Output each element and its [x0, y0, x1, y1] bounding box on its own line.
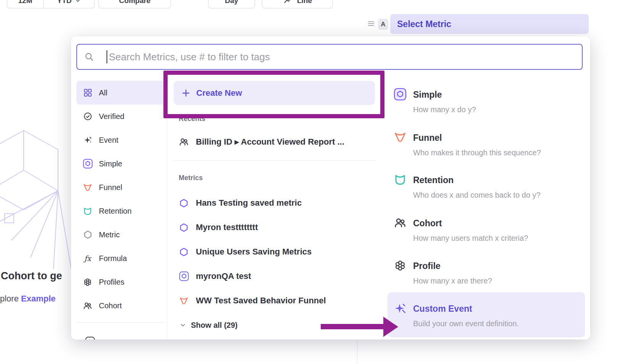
hexagon-icon [179, 222, 189, 233]
badge-label: A [381, 21, 385, 28]
hexagon-icon [179, 247, 189, 257]
custom-event-icon [393, 301, 407, 315]
date-range-segmented-control: 12M YTD [7, 0, 95, 8]
category-item-cohort[interactable]: Cohort [76, 294, 165, 317]
recent-item-label: Billing ID ▸ Account Viewed Report ... [196, 137, 344, 147]
category-item-simple[interactable]: Simple [76, 152, 165, 176]
screen: 12M YTD Compare Day Line A Select Metric [0, 0, 617, 364]
example-link[interactable]: Example [21, 294, 56, 303]
create-new-label: Create New [196, 88, 242, 98]
category-item-event[interactable]: Event [76, 128, 165, 152]
metric-item-label: myronQA test [196, 271, 251, 281]
metrics-header: Metrics [179, 174, 203, 182]
type-desc: Build your own event definition. [413, 318, 585, 329]
range-ytd-button[interactable]: YTD [44, 0, 94, 8]
category-label: Event [99, 136, 118, 145]
section-divider [174, 160, 375, 161]
type-title: Funnel [413, 132, 585, 143]
category-label: Metric [99, 230, 120, 239]
type-desc: How many x do y? [413, 104, 585, 115]
formula-icon: ƒx [82, 253, 93, 264]
recent-item[interactable]: Billing ID ▸ Account Viewed Report ... [179, 133, 344, 151]
grid-icon [82, 88, 93, 98]
type-title: Custom Event [413, 303, 585, 314]
metric-item-label: Hans Testing saved metric [196, 198, 302, 208]
category-label: Profiles [99, 278, 124, 287]
range-12m-label: 12M [18, 0, 32, 5]
background-subtext: plore Example [0, 294, 56, 304]
saved-metric-icon [179, 271, 189, 282]
metric-item[interactable]: Unique Users Saving Metrics [179, 243, 312, 261]
retention-icon [82, 206, 93, 216]
metric-letter-badge: A [378, 19, 388, 30]
category-item-all[interactable]: All [76, 81, 165, 105]
category-item-retention[interactable]: Retention [76, 199, 165, 223]
metric-item[interactable]: Hans Testing saved metric [179, 194, 302, 212]
category-list: All Verified Event Simple [76, 81, 165, 317]
create-new-button[interactable]: Create New [174, 81, 375, 105]
funnel-icon [82, 182, 93, 193]
search-field[interactable] [76, 44, 583, 70]
type-desc: Who does x and comes back to do y? [413, 190, 585, 200]
category-label: Simple [99, 159, 122, 168]
clipped-category-icon [85, 336, 95, 340]
compare-label: Compare [119, 0, 150, 5]
recents-header: Recents [179, 115, 205, 123]
cohort-icon [179, 137, 189, 147]
interval-day-button[interactable]: Day [208, 0, 255, 8]
cohort-icon [82, 301, 93, 311]
category-label: Verified [99, 112, 124, 121]
hexagon-icon [179, 198, 189, 208]
select-metric-label: Select Metric [397, 19, 451, 29]
type-title: Simple [413, 89, 585, 100]
type-cohort[interactable]: Cohort How many users match x criteria? [388, 217, 585, 243]
drag-handle-icon[interactable] [368, 21, 375, 27]
category-item-funnel[interactable]: Funnel [76, 176, 165, 199]
metric-item[interactable]: Myron testttttttt [179, 219, 258, 236]
chevron-down-icon [75, 0, 81, 4]
metric-item-label: Myron testttttttt [196, 222, 258, 232]
wireframe-graphic [0, 126, 76, 286]
category-divider [76, 322, 165, 323]
simple-icon [393, 87, 407, 101]
type-custom-event[interactable]: Custom Event Build your own event defini… [388, 303, 585, 329]
type-profile[interactable]: Profile How many x are there? [388, 260, 585, 286]
panel-divider [357, 338, 357, 364]
search-input[interactable] [107, 51, 582, 63]
category-label: Funnel [99, 183, 122, 192]
category-item-metric[interactable]: Metric [76, 223, 165, 246]
column-divider [167, 81, 167, 340]
verified-icon [82, 111, 93, 122]
category-item-clipped[interactable] [85, 336, 95, 340]
category-item-verified[interactable]: Verified [76, 105, 165, 128]
type-simple[interactable]: Simple How many x do y? [388, 89, 585, 115]
range-12m-button[interactable]: 12M [7, 0, 44, 8]
chevron-down-icon [179, 322, 186, 329]
select-metric-button[interactable]: Select Metric [390, 14, 589, 34]
day-label: Day [225, 0, 238, 5]
metric-item[interactable]: myronQA test [179, 267, 251, 285]
plus-icon [181, 88, 191, 98]
cohort-icon [393, 216, 407, 230]
type-retention[interactable]: Retention Who does x and comes back to d… [388, 174, 585, 200]
category-item-profiles[interactable]: Profiles [76, 270, 165, 294]
type-title: Cohort [413, 217, 585, 229]
range-ytd-label: YTD [57, 0, 72, 5]
category-label: Cohort [99, 301, 122, 310]
funnel-icon [179, 296, 189, 306]
type-funnel[interactable]: Funnel Who makes it through this sequenc… [388, 132, 585, 158]
profile-icon [393, 259, 407, 272]
profiles-icon [82, 277, 93, 287]
compare-button[interactable]: Compare [99, 0, 171, 8]
category-label: Retention [99, 207, 132, 216]
line-label: Line [297, 0, 312, 5]
category-item-formula[interactable]: ƒx Formula [76, 246, 165, 270]
metric-item[interactable]: WW Test Saved Behavior Funnel [179, 292, 326, 309]
type-title: Profile [413, 260, 585, 272]
chart-type-line-button[interactable]: Line [262, 0, 333, 8]
metric-item-label: Unique Users Saving Metrics [196, 247, 312, 257]
category-label: All [99, 89, 107, 97]
search-icon [84, 52, 94, 62]
background-subtext-prefix: plore [0, 294, 21, 303]
show-all-button[interactable]: Show all (29) [179, 316, 237, 334]
